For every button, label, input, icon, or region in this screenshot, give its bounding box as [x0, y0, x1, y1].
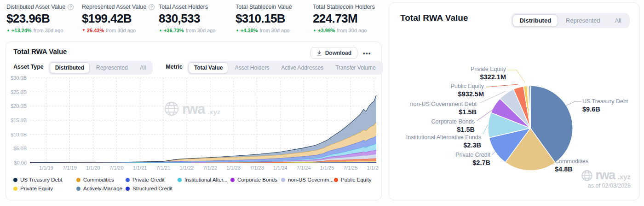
svg-text:7/1/20: 7/1/20 — [109, 165, 124, 171]
asset-type-label: Asset Type — [13, 64, 44, 70]
legend-item[interactable]: non-US Governm... — [281, 177, 334, 182]
stat-card: Total Asset Holders830,533▲+36.73%from 3… — [159, 4, 215, 33]
pie-label-value: $1.5B — [410, 108, 477, 117]
pie-label-us-treasury-debt: US Treasury Debt$9.6B — [582, 98, 628, 114]
pie-label-name: Private Credit — [455, 151, 490, 159]
svg-text:$15.0B: $15.0B — [11, 118, 27, 123]
svg-text:7/1/22: 7/1/22 — [203, 165, 217, 171]
svg-text:1/1/23: 1/1/23 — [226, 165, 241, 171]
pie-label-institutional-alternative-funds: Institutional Alternative Funds$2.3B — [406, 134, 481, 150]
metric-option-asset-holders[interactable]: Asset Holders — [229, 62, 275, 73]
pie-label-name: Public Equity — [451, 82, 484, 90]
pie-label-value: $2.3B — [406, 141, 481, 150]
stat-value: 224.73M — [313, 12, 375, 26]
stats-row: Distributed Asset Value?$23.96B▲+13.24%f… — [0, 3, 386, 39]
asset-type-option-all[interactable]: All — [134, 62, 151, 73]
pie-leader-line — [483, 125, 488, 134]
help-icon[interactable]: ? — [68, 4, 74, 10]
watermark-text: rwa — [596, 169, 615, 182]
stat-card: Distributed Asset Value?$23.96B▲+13.24%f… — [6, 4, 74, 33]
legend-item[interactable]: US Treasury Debt — [13, 177, 76, 182]
metric-option-transfer-volume[interactable]: Transfer Volume — [330, 62, 381, 73]
stat-value: $23.96B — [6, 12, 74, 26]
pie-label-name: Private Equity — [471, 65, 506, 73]
legend-item[interactable]: Private Credit — [126, 177, 178, 182]
svg-text:1/1/20: 1/1/20 — [86, 165, 100, 171]
more-options-button[interactable]: ••• — [360, 47, 374, 59]
legend-item[interactable]: Commodities — [76, 177, 126, 182]
pie-label-value: $4.8B — [555, 165, 588, 174]
download-label: Download — [325, 50, 351, 56]
stat-change: ▲+36.73%from 30d ago — [159, 28, 215, 33]
pie-label-public-equity: Public Equity$932.5M — [451, 82, 484, 99]
arrow-up-icon: ▲ — [236, 29, 239, 32]
svg-text:$20.0B: $20.0B — [11, 103, 27, 109]
asset-type-option-represented[interactable]: Represented — [91, 62, 133, 73]
svg-text:7/1/19: 7/1/19 — [63, 165, 77, 171]
legend-item[interactable]: Actively-Manage... — [76, 186, 126, 191]
pie-label-value: $1.5B — [431, 125, 475, 134]
stat-label: Represented Asset Value? — [82, 4, 155, 10]
pie-label-corporate-bonds: Corporate Bonds$1.5B — [431, 118, 475, 134]
svg-text:7/1/25: 7/1/25 — [344, 165, 358, 171]
svg-text:7/1/23: 7/1/23 — [250, 165, 264, 171]
legend-dot — [281, 178, 285, 182]
stat-change: ▲+4.30%from 30d ago — [236, 28, 292, 33]
legend-item[interactable]: Institutional Alter... — [178, 177, 230, 182]
svg-text:1/1/26: 1/1/26 — [367, 165, 379, 171]
download-button[interactable]: Download — [310, 47, 357, 59]
legend-item[interactable]: Public Equity — [334, 177, 380, 182]
legend-dot — [13, 187, 17, 191]
pie-label-name: Corporate Bonds — [431, 118, 475, 125]
legend-item[interactable]: Private Equity — [13, 186, 76, 191]
svg-text:$0.00: $0.00 — [14, 160, 27, 165]
legend-dot — [178, 178, 182, 182]
ellipsis-icon: ••• — [363, 50, 371, 57]
asset-type-option-distributed[interactable]: Distributed — [50, 62, 90, 73]
stat-label: Total Asset Holders — [159, 4, 215, 10]
pie-label-private-credit: Private Credit$2.7B — [455, 151, 490, 167]
pie-label-name: Institutional Alternative Funds — [406, 134, 481, 141]
stat-value: 830,533 — [159, 12, 215, 26]
pie-label-value: $932.5M — [451, 90, 484, 99]
pie-label-value: $322.1M — [471, 73, 506, 82]
svg-text:7/1/24: 7/1/24 — [297, 165, 311, 171]
pie-label-name: US Treasury Debt — [582, 98, 628, 105]
download-icon — [316, 50, 322, 56]
legend-dot — [334, 178, 338, 182]
total-rwa-chart-panel: Total RWA Value Download ••• Asset Type … — [6, 41, 382, 200]
stat-label: Total Stablecoin Value — [236, 4, 292, 10]
legend-item[interactable]: Corporate Bonds — [230, 177, 281, 182]
svg-text:1/1/21: 1/1/21 — [133, 165, 147, 171]
arrow-up-icon: ▲ — [6, 29, 10, 32]
legend-item[interactable]: Structured Credit — [126, 186, 178, 191]
pie-label-value: $2.7B — [455, 159, 490, 167]
help-icon[interactable]: ? — [149, 4, 155, 10]
svg-text:1/1/22: 1/1/22 — [180, 165, 194, 171]
svg-text:1/1/25: 1/1/25 — [320, 165, 334, 171]
stat-card: Total Stablecoin Value$310.15B▲+4.30%fro… — [236, 4, 292, 33]
panel-title: Total RWA Value — [13, 47, 67, 55]
stat-label: Total Stablecoin Holders — [313, 4, 375, 10]
stat-change: ▼25.43%from 30d ago — [82, 28, 155, 33]
stat-value: $310.15B — [236, 12, 292, 26]
svg-text:7/1/21: 7/1/21 — [156, 165, 171, 171]
svg-text:$5.0B: $5.0B — [13, 146, 27, 151]
arrow-up-icon: ▲ — [159, 29, 162, 32]
pie-leader-line — [486, 84, 518, 87]
stat-change: ▲+3.99%from 30d ago — [313, 28, 375, 33]
chart-legend: US Treasury DebtCommoditiesPrivate Credi… — [13, 177, 380, 191]
metric-option-total-value[interactable]: Total Value — [189, 62, 228, 73]
pie-label-commodities: Commodities$4.8B — [555, 158, 588, 174]
pie-label-private-equity: Private Equity$322.1M — [471, 65, 506, 82]
legend-dot — [230, 178, 235, 182]
metric-option-active-addresses[interactable]: Active Addresses — [276, 62, 329, 73]
legend-dot — [126, 187, 130, 191]
legend-dot — [13, 178, 17, 182]
rwa-area-chart[interactable]: $30.0B$25.0B$20.0B$15.0B$10.0B$5.0B$0.00… — [11, 72, 379, 172]
arrow-down-icon: ▼ — [82, 29, 86, 32]
legend-dot — [126, 178, 130, 182]
pie-label-non-us-government-debt: non-US Government Debt$1.5B — [410, 100, 477, 117]
stat-label: Distributed Asset Value? — [6, 4, 74, 10]
legend-dot — [76, 178, 80, 182]
